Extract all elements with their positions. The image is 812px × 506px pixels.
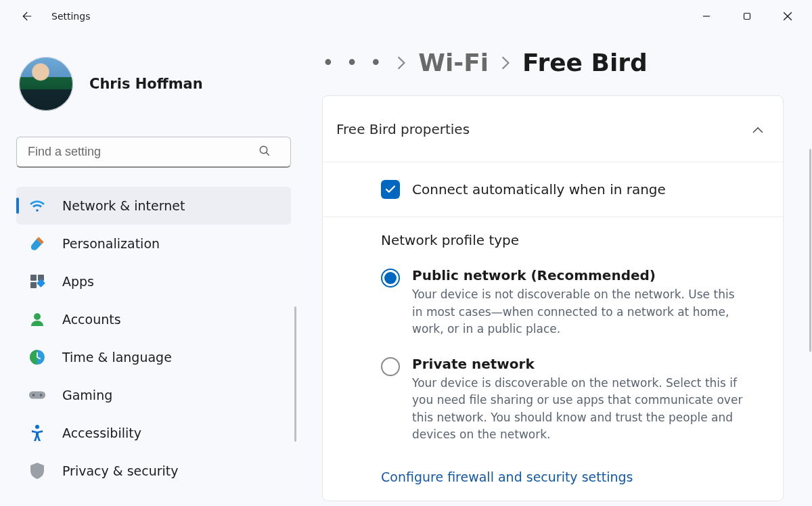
nav-scrollbar[interactable] — [294, 306, 296, 442]
sidebar-item-label: Network & internet — [62, 198, 185, 213]
sidebar-item-label: Privacy & security — [62, 463, 179, 478]
sidebar-item-apps[interactable]: Apps — [16, 262, 291, 300]
sidebar-item-label: Accounts — [62, 312, 121, 327]
radio-private[interactable]: Private network Your device is discovera… — [381, 356, 769, 444]
sidebar-item-network[interactable]: Network & internet — [16, 187, 291, 225]
svg-rect-8 — [30, 282, 37, 288]
radio-public-desc: Your device is not discoverable on the n… — [412, 286, 744, 338]
search-input[interactable] — [16, 137, 291, 168]
radio-button-public[interactable] — [381, 269, 400, 288]
window-controls — [686, 3, 808, 30]
sidebar-item-label: Accessibility — [62, 426, 141, 440]
firewall-link-row: Configure firewall and security settings — [323, 468, 783, 501]
svg-point-14 — [40, 394, 43, 396]
radio-button-private[interactable] — [381, 357, 400, 376]
chevron-up-icon — [752, 121, 764, 137]
svg-point-13 — [32, 394, 35, 396]
card-title: Free Bird properties — [336, 121, 470, 137]
content-scrollbar[interactable] — [809, 149, 811, 352]
apps-icon — [28, 273, 46, 290]
person-icon — [28, 310, 46, 328]
svg-rect-1 — [744, 14, 750, 20]
sidebar-item-accounts[interactable]: Accounts — [16, 300, 291, 338]
avatar — [19, 57, 73, 111]
chevron-right-icon — [397, 55, 406, 70]
shield-icon — [28, 462, 46, 480]
breadcrumb-parent[interactable]: Wi-Fi — [418, 49, 489, 76]
back-arrow-icon — [20, 10, 32, 22]
main-content: • • • Wi-Fi Free Bird Free Bird properti… — [298, 32, 812, 506]
title-bar: Settings — [0, 0, 812, 32]
sidebar-item-label: Time & language — [62, 350, 172, 365]
sidebar-item-privacy[interactable]: Privacy & security — [16, 452, 291, 490]
auto-connect-row: Connect automatically when in range — [323, 162, 783, 217]
sidebar-item-gaming[interactable]: Gaming — [16, 376, 291, 414]
nav-list: Network & internet Personalization Apps … — [16, 187, 291, 490]
section-title: Network profile type — [381, 232, 769, 248]
clock-globe-icon — [28, 348, 46, 366]
sidebar-item-label: Personalization — [62, 236, 160, 251]
properties-card: Free Bird properties Connect automatical… — [322, 95, 784, 501]
sidebar-item-personalization[interactable]: Personalization — [16, 225, 291, 262]
radio-private-desc: Your device is discoverable on the netwo… — [412, 375, 744, 444]
breadcrumb: • • • Wi-Fi Free Bird — [322, 49, 788, 76]
svg-rect-6 — [30, 275, 37, 281]
maximize-icon — [743, 12, 751, 20]
radio-public[interactable]: Public network (Recommended) Your device… — [381, 267, 769, 338]
close-icon — [783, 12, 792, 21]
search-wrap — [16, 137, 291, 168]
svg-point-15 — [35, 425, 39, 429]
card-header[interactable]: Free Bird properties — [323, 96, 783, 162]
network-profile-section: Network profile type Public network (Rec… — [323, 217, 783, 468]
minimize-button[interactable] — [686, 3, 727, 30]
sidebar-item-label: Apps — [62, 274, 94, 289]
sidebar-item-time-language[interactable]: Time & language — [16, 338, 291, 376]
auto-connect-label: Connect automatically when in range — [412, 181, 666, 198]
breadcrumb-ellipsis[interactable]: • • • — [322, 53, 384, 73]
radio-public-title: Public network (Recommended) — [412, 267, 744, 283]
close-button[interactable] — [767, 3, 808, 30]
profile-block[interactable]: Chris Hoffman — [16, 49, 291, 122]
wifi-icon — [28, 197, 46, 214]
app-title: Settings — [51, 11, 90, 22]
profile-name: Chris Hoffman — [89, 76, 203, 92]
back-button[interactable] — [12, 3, 39, 30]
checkmark-icon — [384, 183, 397, 196]
breadcrumb-current: Free Bird — [522, 49, 648, 76]
paintbrush-icon — [28, 235, 46, 252]
maximize-button[interactable] — [727, 3, 767, 30]
gamepad-icon — [28, 386, 46, 404]
sidebar-item-label: Gaming — [62, 388, 112, 402]
sidebar-item-accessibility[interactable]: Accessibility — [16, 414, 291, 452]
sidebar: Chris Hoffman Network & internet Persona… — [0, 32, 298, 506]
chevron-right-icon — [501, 55, 510, 70]
svg-point-10 — [34, 313, 41, 320]
auto-connect-checkbox[interactable] — [381, 180, 400, 199]
radio-private-title: Private network — [412, 356, 744, 372]
accessibility-icon — [28, 424, 46, 442]
firewall-link[interactable]: Configure firewall and security settings — [381, 469, 633, 484]
svg-rect-12 — [29, 391, 45, 398]
minimize-icon — [702, 12, 710, 20]
